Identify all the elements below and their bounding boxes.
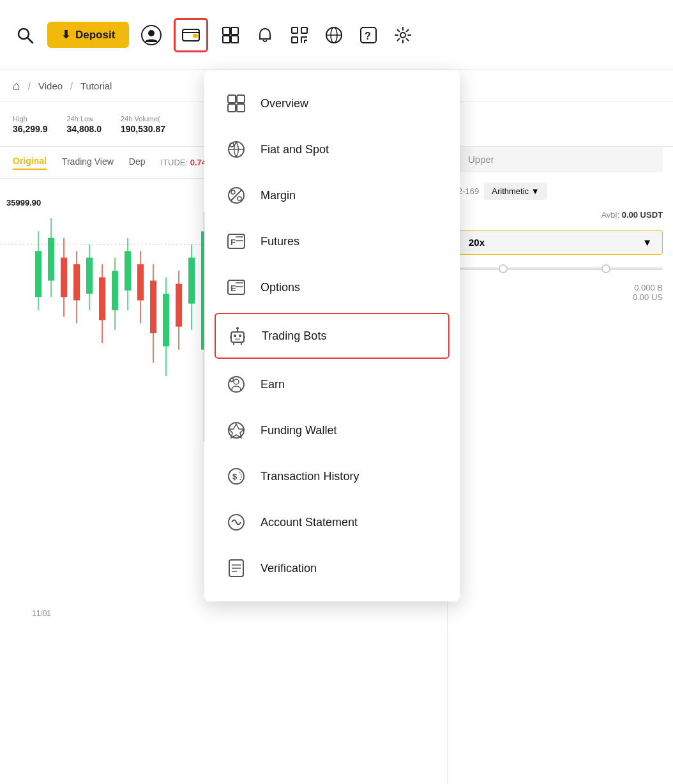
slider-thumb-right[interactable] [601,264,610,273]
svg-rect-40 [125,251,131,290]
svg-line-1 [27,38,33,43]
leverage-row[interactable]: 20x ▼ [458,230,663,255]
menu-item-verification[interactable]: Verification [204,545,460,591]
bottom-values: 0.000 B 0.00 US [448,278,673,307]
options-icon: E [225,276,248,299]
svg-rect-75 [228,95,236,103]
menu-item-funding-wallet[interactable]: Funding Wallet [204,407,460,453]
menu-item-trading-bots[interactable]: Trading Bots [215,313,450,359]
tab-trading-view[interactable]: Trading View [62,156,114,169]
menu-item-options[interactable]: E Options [204,264,460,310]
home-icon[interactable]: ⌂ [13,79,20,93]
chart-price: 35999.90 [6,198,41,207]
deposit-button[interactable]: ⬇ Deposit [47,22,129,48]
funding-wallet-icon [225,419,248,442]
avbl-row: Avbl: 0.00 USDT [448,205,673,225]
earn-icon [225,373,248,396]
menu-item-account-statement[interactable]: Account Statement [204,499,460,545]
svg-rect-76 [237,95,245,103]
svg-rect-38 [112,271,118,310]
slider-row [448,260,673,278]
transaction-history-label: Transaction History [261,470,359,483]
svg-rect-30 [61,258,67,298]
earn-label: Earn [261,378,285,391]
account-statement-icon [225,511,248,534]
svg-rect-36 [99,277,105,320]
svg-rect-77 [228,104,236,112]
high-stat: High 36,299.9 [13,115,48,134]
arithmetic-select[interactable]: Arithmetic ▼ [484,183,547,200]
fiat-spot-label: Fiat and Spot [261,143,329,156]
help-icon[interactable]: ? [356,23,381,47]
svg-point-105 [234,379,239,384]
transaction-history-icon: $ [225,465,248,488]
svg-rect-78 [237,104,245,112]
svg-rect-8 [231,27,238,34]
svg-text:E: E [231,283,236,293]
svg-point-106 [231,379,234,382]
svg-rect-96 [239,335,241,337]
futures-label: Futures [261,235,299,248]
scan-icon[interactable] [287,23,312,47]
svg-point-24 [400,33,405,38]
svg-point-84 [231,190,235,194]
svg-rect-5 [193,34,198,38]
breadcrumb-video[interactable]: Video [38,80,63,91]
margin-label: Margin [261,189,296,202]
svg-rect-34 [86,258,93,294]
wallet-dropdown-menu: Overview Fiat and Spot Margin [204,70,460,601]
bell-icon[interactable] [253,23,277,47]
menu-item-margin[interactable]: Margin [204,172,460,218]
verification-icon [225,557,248,580]
svg-rect-13 [301,27,307,33]
globe-icon[interactable] [322,23,346,47]
svg-rect-44 [150,281,156,333]
search-icon[interactable] [13,23,37,47]
menu-item-futures[interactable]: F Futures [204,218,460,264]
slider-track[interactable] [458,268,663,270]
avbl-value: 0.00 USDT [622,210,663,220]
menu-item-overview[interactable]: Overview [204,80,460,126]
leverage-value: 20x [469,237,485,248]
upper-input[interactable]: Upper [458,146,663,172]
margin-icon [225,184,248,207]
tab-dep[interactable]: Dep [129,156,146,169]
fiat-spot-icon [225,138,248,161]
leverage-arrow: ▼ [642,237,652,248]
svg-rect-95 [234,335,236,337]
svg-rect-10 [231,36,238,43]
avatar-icon[interactable] [139,23,163,47]
svg-text:$: $ [232,472,238,481]
settings-icon[interactable] [391,23,415,47]
svg-text:F: F [231,237,236,247]
svg-rect-50 [188,258,195,304]
svg-rect-12 [292,27,298,33]
menu-item-fiat-spot[interactable]: Fiat and Spot [204,126,460,172]
svg-point-98 [236,327,239,329]
menu-item-earn[interactable]: Earn [204,361,460,407]
svg-rect-7 [223,27,230,34]
header: ⬇ Deposit [0,0,673,70]
svg-rect-46 [163,294,169,346]
options-label: Options [261,281,300,294]
funding-wallet-label: Funding Wallet [261,424,336,437]
low-stat: 24h Low 34,808.0 [67,115,102,134]
svg-rect-94 [231,332,244,342]
overview-label: Overview [261,97,308,110]
slider-thumb-left[interactable] [499,264,508,273]
wallet-icon[interactable] [174,18,208,52]
grid-icon[interactable] [218,23,243,47]
verification-label: Verification [261,562,317,575]
svg-text:?: ? [365,31,371,41]
futures-icon: F [225,230,248,253]
svg-rect-48 [176,284,182,327]
tab-original[interactable]: Original [13,156,47,170]
svg-line-83 [231,190,242,201]
bottom-val2: 0.00 US [458,292,663,302]
deposit-icon: ⬇ [61,28,70,41]
svg-rect-103 [235,338,240,340]
trading-bots-icon [226,324,249,347]
menu-item-transaction-history[interactable]: $ Transaction History [204,453,460,499]
svg-rect-32 [73,264,80,301]
breadcrumb-tutorial[interactable]: Tutorial [80,80,112,91]
